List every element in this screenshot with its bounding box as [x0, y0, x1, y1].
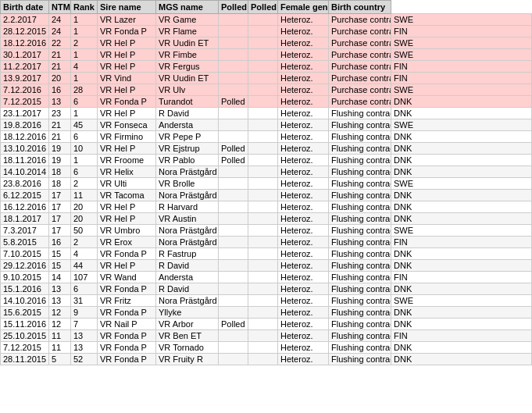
- table-cell: DNK: [391, 260, 532, 272]
- table-cell: Purchase contract: [329, 49, 391, 61]
- table-row: 14.10.2014186VR HelixNora PrästgårdHeter…: [1, 166, 532, 178]
- table-cell: [248, 330, 278, 342]
- table-cell: VR Fruity R: [156, 354, 219, 365]
- table-cell: 45: [71, 119, 98, 131]
- table-row: 2.2.2017241VR LazerVR GameHeteroz.Purcha…: [1, 14, 532, 26]
- table-row: 23.8.2016182VR UltiVR BrolleHeteroz.Flus…: [1, 178, 532, 190]
- table-cell: VR Pepe P: [156, 131, 219, 143]
- table-cell: SWE: [391, 84, 532, 96]
- table-cell: [248, 73, 278, 84]
- table-cell: [248, 213, 278, 225]
- table-cell: [219, 73, 248, 84]
- table-cell: VR Fonda P: [98, 354, 156, 365]
- table-row: 14.10.20161331VR FritzNora PrästgårdHete…: [1, 295, 532, 307]
- table-cell: VR Arbor: [156, 319, 219, 330]
- table-cell: VR Hel P: [98, 49, 156, 61]
- table-cell: DNK: [391, 190, 532, 201]
- table-cell: 28.11.2015: [1, 354, 49, 365]
- table-cell: 44: [71, 260, 98, 272]
- table-cell: 52: [71, 354, 98, 365]
- table-cell: [219, 354, 248, 365]
- table-cell: VR Hel P: [98, 108, 156, 119]
- table-cell: [248, 225, 278, 237]
- table-cell: VR Lazer: [98, 14, 156, 26]
- header-birthcountry: Birth country: [329, 1, 391, 14]
- table-cell: Flushing contract: [329, 143, 391, 155]
- table-cell: [248, 260, 278, 272]
- table-cell: 13: [49, 295, 71, 307]
- table-cell: R David: [156, 283, 219, 295]
- table-cell: [248, 237, 278, 248]
- table-cell: VR Uudin ET: [156, 73, 219, 84]
- table-cell: 21: [49, 49, 71, 61]
- table-cell: SWE: [391, 49, 532, 61]
- table-cell: VR Fritz: [98, 295, 156, 307]
- table-cell: VR Hel P: [98, 143, 156, 155]
- table-cell: VR Ejstrup: [156, 143, 219, 155]
- table-cell: Nora Prästgård: [156, 190, 219, 201]
- table-cell: [248, 84, 278, 96]
- table-cell: 4: [71, 61, 98, 73]
- table-cell: Heteroz.: [278, 14, 329, 26]
- table-cell: [248, 272, 278, 283]
- table-cell: 15: [49, 260, 71, 272]
- table-row: 18.11.2016191VR FroomeVR PabloPolledHete…: [1, 155, 532, 166]
- table-cell: [248, 143, 278, 155]
- table-cell: 29.12.2016: [1, 260, 49, 272]
- table-cell: 11.2.2017: [1, 61, 49, 73]
- table-cell: VR Fonda P: [98, 96, 156, 108]
- table-row: 23.1.2017231VR Hel PR DavidHeteroz.Flush…: [1, 108, 532, 119]
- table-cell: 21: [49, 119, 71, 131]
- table-cell: [248, 295, 278, 307]
- header-femgen: Female gen. status: [278, 1, 329, 14]
- table-cell: 24: [49, 14, 71, 26]
- table-cell: 5: [49, 354, 71, 365]
- table-cell: [248, 119, 278, 131]
- table-cell: 2: [71, 237, 98, 248]
- table-cell: 13: [71, 330, 98, 342]
- table-cell: VR Helix: [98, 166, 156, 178]
- table-cell: 21: [49, 61, 71, 73]
- table-cell: 15: [49, 248, 71, 260]
- table-cell: Heteroz.: [278, 61, 329, 73]
- table-cell: Flushing contract: [329, 225, 391, 237]
- table-cell: Heteroz.: [278, 37, 329, 49]
- table-cell: VR Hel P: [98, 260, 156, 272]
- table-cell: DNK: [391, 108, 532, 119]
- table-cell: Heteroz.: [278, 213, 329, 225]
- table-cell: VR Hel P: [98, 213, 156, 225]
- table-cell: VR Hel P: [98, 84, 156, 96]
- table-cell: 11: [49, 330, 71, 342]
- table-cell: VR Firmino: [98, 131, 156, 143]
- table-cell: [248, 155, 278, 166]
- table-cell: DNK: [391, 354, 532, 365]
- table-cell: 6: [71, 166, 98, 178]
- table-cell: Flushing contract: [329, 190, 391, 201]
- table-cell: 6: [71, 283, 98, 295]
- table-cell: [219, 272, 248, 283]
- table-cell: 20: [71, 201, 98, 213]
- table-cell: [248, 201, 278, 213]
- table-cell: Turandot: [156, 96, 219, 108]
- table-cell: 17: [49, 213, 71, 225]
- table-cell: Nora Prästgård: [156, 225, 219, 237]
- table-cell: [219, 342, 248, 354]
- table-cell: Heteroz.: [278, 119, 329, 131]
- table-cell: Flushing contract: [329, 283, 391, 295]
- header-mgs: MGS name: [156, 1, 219, 14]
- table-cell: 12: [49, 307, 71, 319]
- table-cell: Heteroz.: [278, 319, 329, 330]
- table-cell: 21: [49, 131, 71, 143]
- table-cell: VR Ulti: [98, 178, 156, 190]
- table-row: 7.12.2015136VR Fonda PTurandotPolledHete…: [1, 96, 532, 108]
- table-cell: 6: [71, 96, 98, 108]
- table-cell: VR Brolle: [156, 178, 219, 190]
- table-cell: 15.1.2016: [1, 283, 49, 295]
- table-cell: 19.8.2016: [1, 119, 49, 131]
- table-cell: VR Nail P: [98, 319, 156, 330]
- table-cell: Heteroz.: [278, 84, 329, 96]
- table-cell: [248, 283, 278, 295]
- table-cell: 23.8.2016: [1, 178, 49, 190]
- table-cell: VR Fonseca: [98, 119, 156, 131]
- table-cell: Flushing contract: [329, 330, 391, 342]
